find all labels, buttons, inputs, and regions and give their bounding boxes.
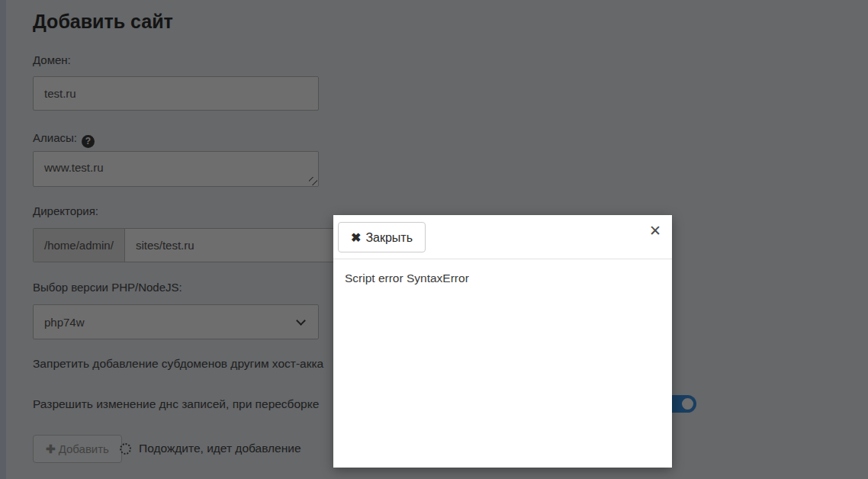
modal-header: ✖Закрыть ✕ bbox=[333, 215, 672, 259]
add-site-page: Добавить сайт Домен: Алиасы:? www.test.r… bbox=[0, 0, 868, 479]
error-modal: ✖Закрыть ✕ Script error SyntaxError bbox=[333, 215, 672, 468]
modal-close-button[interactable]: ✖Закрыть bbox=[338, 222, 426, 252]
close-x-icon: ✖ bbox=[351, 231, 361, 244]
modal-close-button-label: Закрыть bbox=[365, 231, 413, 244]
modal-error-text: Script error SyntaxError bbox=[333, 259, 672, 297]
modal-corner-close-icon[interactable]: ✕ bbox=[649, 223, 661, 238]
